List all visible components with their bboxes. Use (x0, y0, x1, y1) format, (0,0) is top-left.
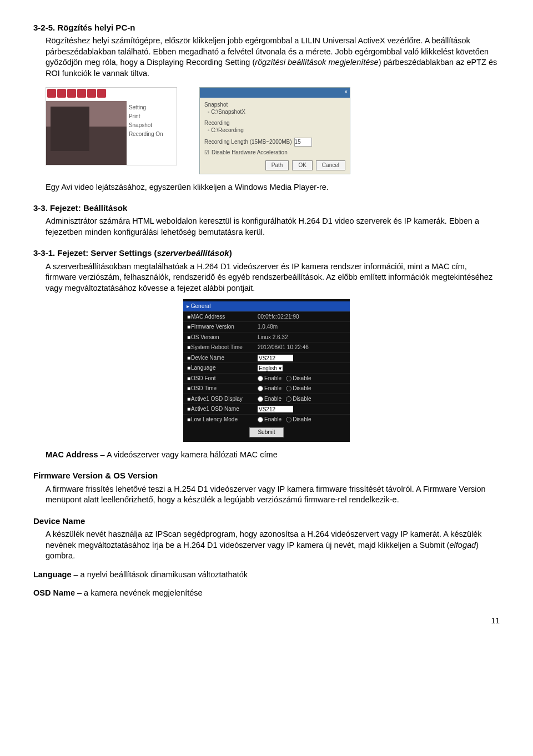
bullet-icon: ■ (187, 395, 191, 403)
panel-row-label: Device Name (191, 354, 258, 362)
panel-row-label: OSD Time (191, 385, 258, 392)
recording-path-radio[interactable]: ◦ C:\Recording (208, 127, 345, 134)
bullet-icon: ■ (187, 405, 191, 413)
panel-row-value: 2012/08/01 10:22:46 (258, 344, 309, 351)
panel-row: ■Firmware Version1.0.48m (183, 321, 350, 332)
device-name-heading: Device Name (33, 516, 500, 527)
page-number: 11 (33, 616, 500, 626)
dialog-titlebar: × (200, 88, 350, 98)
panel-row-label: Language (191, 364, 258, 372)
context-menu-item[interactable]: Setting (129, 103, 174, 112)
text-italic: elfogad (450, 541, 476, 550)
bullet-icon: ■ (187, 375, 191, 382)
panel-text-input[interactable]: VS212 (258, 406, 293, 412)
sep: – (71, 570, 80, 579)
dialog-title (202, 88, 204, 97)
radio-enable[interactable]: Enable (258, 375, 281, 382)
firmware-paragraph: A firmware frissítés lehetővé teszi a H.… (46, 484, 500, 506)
bullet-icon: ■ (187, 364, 191, 372)
recording-length-input[interactable]: 15 (294, 138, 312, 147)
panel-row-label: Low Latency Mode (191, 416, 258, 424)
radio-disable[interactable]: Disable (286, 395, 311, 403)
sep: – (75, 588, 84, 597)
section-3-3-1-paragraph: A szerverbeállításokban megtalálhatóak a… (46, 261, 500, 294)
toolbar-icon (77, 89, 86, 98)
hw-accel-row[interactable]: ☑ Disable Hardware Acceleration (204, 149, 345, 157)
osd-name-text: a kamera nevének megjelenítése (84, 588, 203, 597)
server-settings-panel: ▸ General ■MAC Address00:0f:fc:02:21:90■… (183, 299, 350, 442)
panel-row: ■Device NameVS212 (183, 352, 350, 363)
toolbar-icon (67, 89, 76, 98)
path-button[interactable]: Path (265, 160, 289, 170)
device-name-paragraph: A készülék nevét használja az IPScan seg… (46, 529, 500, 562)
panel-row-label: System Reboot Time (191, 344, 258, 351)
bullet-icon: ■ (187, 344, 191, 351)
bullet-icon: ■ (187, 334, 191, 341)
language-text: a nyelvi beállítások dinamikusan változt… (81, 570, 248, 579)
panel-row: ■OSD FontEnableDisable (183, 373, 350, 384)
radio-enable[interactable]: Enable (258, 416, 281, 424)
panel-row-label: Active1 OSD Name (191, 405, 258, 413)
recording-length-row: Recording Length (15MB~2000MB) 15 (204, 138, 345, 147)
recording-setting-dialog: × Snapshot ◦ C:\SnapshotX Recording ◦ C:… (199, 87, 350, 174)
section-3-2-5-heading: 3-2-5. Rögzítés helyi PC-n (33, 22, 500, 33)
panel-row-label: Firmware Version (191, 323, 258, 331)
panel-row-value: 1.0.48m (258, 323, 278, 331)
panel-row: ■Active1 OSD NameVS212 (183, 404, 350, 414)
recording-length-label: Recording Length (15MB~2000MB) (204, 138, 292, 146)
text-italic: rögzítési beállítások megjelenítése (255, 58, 378, 67)
panel-row: ■OS VersionLinux 2.6.32 (183, 332, 350, 342)
toolbar-icon (47, 89, 56, 98)
text: A készülék nevét használja az IPScan seg… (46, 530, 482, 550)
context-menu-item[interactable]: Recording On (129, 130, 174, 139)
firmware-heading: Firmware Version & OS Version (33, 470, 500, 481)
group-label: Snapshot (204, 101, 345, 109)
panel-row: ■Active1 OSD DisplayEnableDisable (183, 394, 350, 404)
checkbox-icon[interactable]: ☑ (204, 149, 209, 157)
mac-address-text: A videószerver vagy kamera hálózati MAC … (107, 450, 278, 459)
section-3-3-1-heading: 3-3-1. Fejezet: Server Settings (szerver… (33, 248, 500, 259)
bullet-icon: ■ (187, 354, 191, 362)
toolbar-icon (97, 89, 106, 98)
sep: – (98, 450, 107, 459)
bullet-icon: ■ (187, 313, 191, 321)
panel-row: ■MAC Address00:0f:fc:02:21:90 (183, 311, 350, 322)
osd-name-label: OSD Name (33, 588, 75, 597)
toolbar-icon (57, 89, 66, 98)
snapshot-path-radio[interactable]: ◦ C:\SnapshotX (208, 108, 345, 116)
panel-row-value: 00:0f:fc:02:21:90 (258, 313, 299, 321)
panel-text-input[interactable]: VS212 (258, 355, 293, 361)
radio-disable[interactable]: Disable (286, 416, 311, 424)
panel-select[interactable]: English ▾ (258, 365, 283, 371)
panel-row: ■System Reboot Time2012/08/01 10:22:46 (183, 342, 350, 352)
bullet-icon: ■ (187, 385, 191, 392)
panel-row: ■OSD TimeEnableDisable (183, 383, 350, 394)
activex-context-menu-screenshot: Setting Print Snapshot Recording On (46, 87, 177, 165)
mac-address-label: MAC Address (46, 450, 98, 459)
bullet-icon: ■ (187, 416, 191, 424)
cancel-button[interactable]: Cancel (316, 160, 345, 170)
panel-row-value: Linux 2.6.32 (258, 334, 288, 341)
radio-enable[interactable]: Enable (258, 385, 281, 392)
panel-row-label: MAC Address (191, 313, 258, 321)
figure-row: Setting Print Snapshot Recording On × Sn… (46, 87, 500, 174)
radio-disable[interactable]: Disable (286, 385, 311, 392)
radio-enable[interactable]: Enable (258, 395, 281, 403)
radio-disable[interactable]: Disable (286, 375, 311, 382)
text: ) (229, 248, 232, 258)
recording-group: Recording ◦ C:\Recording (204, 119, 345, 134)
section-3-3-paragraph: Adminisztrátor számára HTML weboldalon k… (46, 216, 500, 238)
close-icon[interactable]: × (344, 88, 348, 97)
osd-name-line: OSD Name – a kamera nevének megjelenítés… (33, 588, 500, 599)
submit-button[interactable]: Submit (249, 427, 284, 437)
panel-row: ■LanguageEnglish ▾ (183, 362, 350, 373)
context-menu: Setting Print Snapshot Recording On (127, 101, 177, 165)
mac-address-line: MAC Address – A videószerver vagy kamera… (46, 450, 500, 461)
group-label: Recording (204, 119, 345, 127)
context-menu-item[interactable]: Print (129, 112, 174, 121)
section-3-2-5-paragraph: Rögzítéshez helyi számítógépre, először … (46, 36, 500, 79)
ok-button[interactable]: OK (292, 160, 312, 170)
panel-row: ■Low Latency ModeEnableDisable (183, 414, 350, 425)
context-menu-item[interactable]: Snapshot (129, 121, 174, 130)
panel-row-label: Active1 OSD Display (191, 395, 258, 403)
